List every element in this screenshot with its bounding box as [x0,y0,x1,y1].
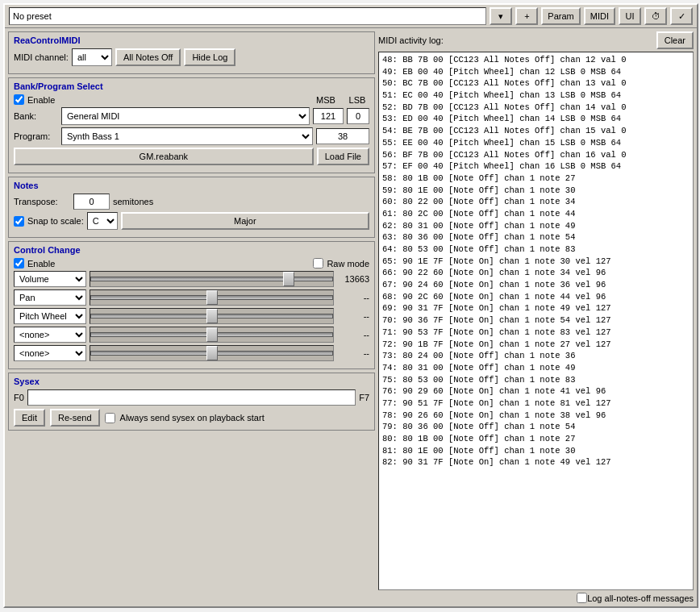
log-line: 63: 80 36 00 [Note Off] chan 1 note 54 [382,231,690,244]
cc-enable-label: Enable [27,259,55,269]
midi-channel-label: MIDI channel: [14,52,69,62]
log-line: 82: 90 31 7F [Note On] chan 1 note 49 ve… [382,456,690,468]
bank-enable-label: Enable [27,95,55,105]
f7-label: F7 [359,393,369,402]
sysex-section: Sysex F0 F7 Edit Re-send Always send sys… [8,373,375,431]
log-area-wrapper: 48: BB 7B 00 [CC123 All Notes Off] chan … [378,52,694,590]
load-file-button[interactable]: Load File [317,148,369,165]
cc-enable-checkbox[interactable] [14,258,24,269]
cc-slider-4[interactable] [90,347,333,360]
snap-key-dropdown[interactable]: CC#D [87,212,118,230]
cc-slider-2[interactable] [90,310,333,323]
snap-checkbox[interactable] [14,216,24,227]
raw-mode-label: Raw mode [327,259,369,269]
log-line: 70: 90 36 7F [Note On] chan 1 note 54 ve… [382,314,690,327]
dropdown-arrow-button[interactable]: ▾ [490,7,512,25]
log-line: 57: EF 00 40 [Pitch Wheel] chan 16 LSB 0… [382,160,690,173]
clear-button[interactable]: Clear [656,31,694,49]
content-area: ReaControlMIDI MIDI channel: all12 All N… [5,28,697,606]
scale-button[interactable]: Major [121,212,369,230]
log-line: 64: 80 53 00 [Note Off] chan 1 note 83 [382,244,690,256]
log-line: 48: BB 7B 00 [CC123 All Notes Off] chan … [382,54,690,66]
raw-mode-checkbox[interactable] [313,258,323,269]
log-line: 61: 80 2C 00 [Note Off] chan 1 note 44 [382,208,690,220]
log-line: 52: BD 7B 00 [CC123 All Notes Off] chan … [382,102,690,114]
log-line: 54: BE 7B 00 [CC123 All Notes Off] chan … [382,125,690,137]
cc-slider-container-3 [90,327,334,343]
cc-slider-3[interactable] [90,328,333,341]
midi-button[interactable]: MIDI [584,7,615,25]
check-button[interactable]: ✓ [670,7,693,25]
right-panel: MIDI activity log: Clear 48: BB 7B 00 [C… [378,31,694,603]
log-line: 78: 90 26 60 [Note On] chan 1 note 38 ve… [382,410,690,422]
always-send-checkbox[interactable] [105,413,115,423]
log-line: 60: 80 22 00 [Note Off] chan 1 note 34 [382,196,690,208]
control-change-section: Control Change Enable Raw mode Volume 13… [8,241,375,369]
ui-button[interactable]: UI [619,7,641,25]
reacontrolmidi-title: ReaControlMIDI [14,35,369,45]
log-line: 67: 90 24 60 [Note On] chan 1 note 36 ve… [382,279,690,291]
log-line: 79: 80 36 00 [Note Off] chan 1 note 54 [382,421,690,433]
log-line: 50: BC 7B 00 [CC123 All Notes Off] chan … [382,77,690,90]
log-line: 53: ED 00 40 [Pitch Wheel] chan 14 LSB 0… [382,113,690,125]
cc-value-1: -- [337,293,369,302]
cc-title: Control Change [14,245,369,255]
param-button[interactable]: Param [541,7,580,25]
log-line: 51: EC 00 40 [Pitch Wheel] chan 13 LSB 0… [382,90,690,102]
preset-input[interactable] [9,7,486,25]
msb-header: MSB [310,95,342,105]
log-line: 65: 90 1E 7F [Note On] chan 1 note 30 ve… [382,256,690,268]
log-line: 73: 80 24 00 [Note Off] chan 1 note 36 [382,350,690,362]
log-all-checkbox[interactable] [577,593,587,603]
lsb-input[interactable] [347,108,369,124]
cc-slider-0[interactable] [90,273,333,285]
log-line: 71: 90 53 7F [Note On] chan 1 note 83 ve… [382,327,690,339]
log-footer: Log all-notes-off messages [378,593,694,603]
msb-input[interactable] [313,108,344,124]
bank-label: Bank: [14,111,58,121]
f0-label: F0 [14,393,24,402]
bank-program-section: Bank/Program Select Enable MSB LSB Bank:… [8,77,375,173]
cc-type-dropdown-4[interactable]: <none> [14,345,86,361]
sysex-edit-button[interactable]: Edit [14,409,45,427]
hide-log-button[interactable]: Hide Log [184,48,235,66]
cc-type-dropdown-0[interactable]: Volume [14,271,86,287]
log-line: 58: 80 1B 00 [Note Off] chan 1 note 27 [382,173,690,185]
cc-value-0: 13663 [337,274,369,284]
clock-button[interactable]: ⏱ [644,7,667,25]
left-panel: ReaControlMIDI MIDI channel: all12 All N… [8,31,375,603]
log-line: 76: 90 29 60 [Note On] chan 1 note 41 ve… [382,385,690,398]
notes-section: Notes Transpose: semitones Snap to scale… [8,177,375,238]
program-dropdown[interactable]: Synth Bass 1 [61,127,313,145]
cc-value-3: -- [337,330,369,339]
log-line: 81: 80 1E 00 [Note Off] chan 1 note 30 [382,445,690,457]
log-line: 66: 90 22 60 [Note On] chan 1 note 34 ve… [382,267,690,279]
cc-type-dropdown-3[interactable]: <none> [14,327,86,343]
bank-program-title: Bank/Program Select [14,81,369,91]
log-line: 75: 80 53 00 [Note Off] chan 1 note 83 [382,374,690,386]
program-number-input[interactable] [316,128,369,144]
midi-channel-dropdown[interactable]: all12 [72,48,112,66]
sysex-input[interactable] [27,389,356,406]
snap-label: Snap to scale: [27,216,84,226]
gm-reabank-button[interactable]: GM.reabank [14,148,314,165]
midi-log[interactable]: 48: BB 7B 00 [CC123 All Notes Off] chan … [378,52,694,590]
bank-dropdown[interactable]: General MIDI [61,107,310,125]
log-line: 68: 90 2C 60 [Note On] chan 1 note 44 ve… [382,291,690,303]
log-line: 72: 90 1B 7F [Note On] chan 1 note 27 ve… [382,339,690,351]
bank-enable-checkbox[interactable] [14,94,24,105]
log-line: 59: 80 1E 00 [Note Off] chan 1 note 30 [382,185,690,197]
sysex-resend-button[interactable]: Re-send [50,409,100,427]
midi-log-header: MIDI activity log: Clear [378,31,694,49]
cc-slider-1[interactable] [90,291,333,304]
cc-type-dropdown-2[interactable]: Pitch Wheel [14,308,86,324]
log-line: 77: 90 51 7F [Note On] chan 1 note 81 ve… [382,398,690,410]
cc-value-2: -- [337,311,369,321]
transpose-input[interactable] [73,194,110,210]
all-notes-off-button[interactable]: All Notes Off [115,48,181,66]
log-line: 49: EB 00 40 [Pitch Wheel] chan 12 LSB 0… [382,66,690,78]
add-preset-button[interactable]: + [515,7,538,25]
cc-type-dropdown-1[interactable]: Pan [14,289,86,306]
cc-slider-container-1 [90,289,334,306]
cc-slider-container-4 [90,345,334,361]
